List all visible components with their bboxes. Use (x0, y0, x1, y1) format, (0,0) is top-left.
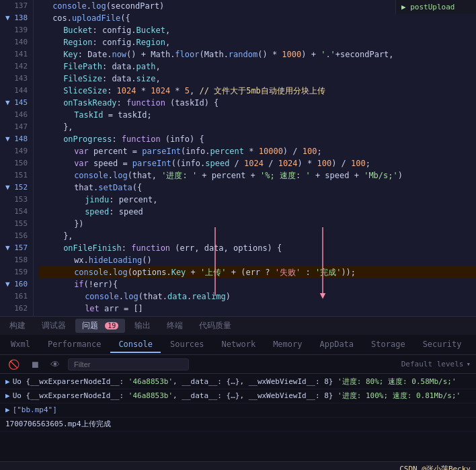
code-line-141: Key: Date.now() + Math.floor(Math.random… (39, 48, 476, 61)
devtools-tab-network[interactable]: Network (214, 337, 264, 353)
devtools-tab-performance[interactable]: Performance (40, 337, 109, 353)
devtools-tab-appdata[interactable]: AppData (311, 337, 362, 353)
tab-terminal[interactable]: 终端 (160, 319, 190, 333)
tab-debugger[interactable]: 调试器 (35, 319, 73, 333)
code-line-154: speed: speed (39, 206, 476, 218)
code-line-152: that.setData({ (39, 182, 476, 194)
devtools-tab-wxml[interactable]: Wxml (3, 337, 38, 353)
code-line-139: Bucket: config.Bucket, (39, 24, 476, 36)
default-levels-label: Default levels (401, 360, 464, 368)
console-stop-button[interactable]: ⏹ (28, 358, 42, 371)
code-line-161: console.log(that.data.realimg) (39, 290, 476, 303)
status-bar: CSDN @张小萍Becky (0, 461, 476, 470)
editor-area: 137 ▼ 138 139 140 141 142 143 144 ▼ 145 … (0, 0, 476, 316)
console-line-2[interactable]: ▶ Uo {__wxExparserNodeId__: '46a8853b', … (0, 389, 476, 403)
console-line-1[interactable]: ▶ Uo {__wxExparserNodeId__: '46a8853b', … (0, 375, 476, 389)
code-line-159: console.log(options.Key + '上传' + (err ? … (39, 266, 476, 278)
console-clear-button[interactable]: 🚫 (5, 358, 22, 371)
post-upload-label: ▶ postUpload (401, 3, 454, 11)
expand-icon-3[interactable]: ▶ (5, 405, 10, 416)
code-line-147: }, (39, 121, 476, 133)
code-line-157: onFileFinish: function (err, data, optio… (39, 242, 476, 254)
code-line-143: FileSize: data.size, (39, 73, 476, 85)
tab-code-quality[interactable]: 代码质量 (192, 319, 238, 333)
chevron-down-icon: ▾ (466, 360, 471, 368)
code-line-160: if(!err){ (39, 278, 476, 290)
console-text-3: ["bb.mp4"] (13, 405, 57, 416)
line-numbers: 137 ▼ 138 139 140 141 142 143 144 ▼ 145 … (0, 0, 34, 316)
console-line-4: 1700706563605.mp4上传完成 (0, 418, 476, 432)
devtools-tab-storage[interactable]: Storage (363, 337, 413, 353)
code-line-156: }, (39, 230, 476, 242)
devtools-tab-security[interactable]: Security (415, 337, 470, 353)
console-text-2: Uo {__wxExparserNodeId__: '46a8853b', __… (13, 391, 461, 401)
filter-input[interactable] (68, 358, 189, 370)
code-line-158: wx.hideLoading() (39, 254, 476, 266)
tab-output[interactable]: 输出 (128, 319, 157, 333)
code-line-145: onTaskReady: function (taskId) { (39, 97, 476, 109)
console-eye-button[interactable]: 👁 (48, 358, 63, 371)
code-line-146: TaskId = taskId; (39, 109, 476, 121)
devtools-tab-sensor[interactable]: Sensor (471, 337, 476, 353)
code-line-163: arr.push(options.Key) (39, 315, 476, 316)
right-panel: ▶ postUpload (395, 0, 476, 14)
code-line-140: Region: config.Region, (39, 36, 476, 48)
code-content: console.log(secondPart) cos.uploadFile({… (34, 0, 476, 316)
bottom-tabs-bar: 构建 调试器 问题 19 输出 终端 代码质量 (0, 316, 476, 335)
issues-count: 19 (105, 322, 118, 329)
default-levels-dropdown[interactable]: Default levels ▾ (401, 360, 471, 368)
code-line-162: let arr = [] (39, 303, 476, 315)
csdn-credit: CSDN @张小萍Becky (399, 464, 471, 470)
tab-build[interactable]: 构建 (3, 319, 32, 333)
devtools-tab-sources[interactable]: Sources (162, 337, 212, 353)
expand-icon-1[interactable]: ▶ (5, 377, 10, 387)
console-line-3[interactable]: ▶ ["bb.mp4"] (0, 403, 476, 418)
code-line-149: var percent = parseInt(info.percent * 10… (39, 145, 476, 157)
code-line-150: var speed = parseInt((info.speed / 1024 … (39, 157, 476, 169)
expand-icon-2[interactable]: ▶ (5, 391, 10, 401)
console-text-1: Uo {__wxExparserNodeId__: '46a8853b', __… (13, 377, 457, 387)
code-line-144: SliceSize: 1024 * 1024 * 5, // 文件大于5mb自动… (39, 85, 476, 97)
console-toolbar: 🚫 ⏹ 👁 Default levels ▾ (0, 355, 476, 374)
code-line-148: onProgress: function (info) { (39, 133, 476, 145)
code-line-155: }) (39, 218, 476, 230)
tab-issues-badge[interactable]: 问题 19 (75, 319, 125, 333)
devtools-tabs: Wxml Performance Console Sources Network… (0, 335, 476, 355)
code-line-142: FilePath: data.path, (39, 61, 476, 73)
code-line-151: console.log(that, '进度: ' + percent + '%;… (39, 169, 476, 182)
console-text-4: 1700706563605.mp4上传完成 (5, 419, 111, 430)
code-line-153: jindu: percent, (39, 194, 476, 206)
devtools-tab-console[interactable]: Console (110, 337, 161, 353)
devtools-tab-memory[interactable]: Memory (265, 337, 310, 353)
console-output: ▶ Uo {__wxExparserNodeId__: '46a8853b', … (0, 374, 476, 461)
devtools-panel: Wxml Performance Console Sources Network… (0, 335, 476, 461)
